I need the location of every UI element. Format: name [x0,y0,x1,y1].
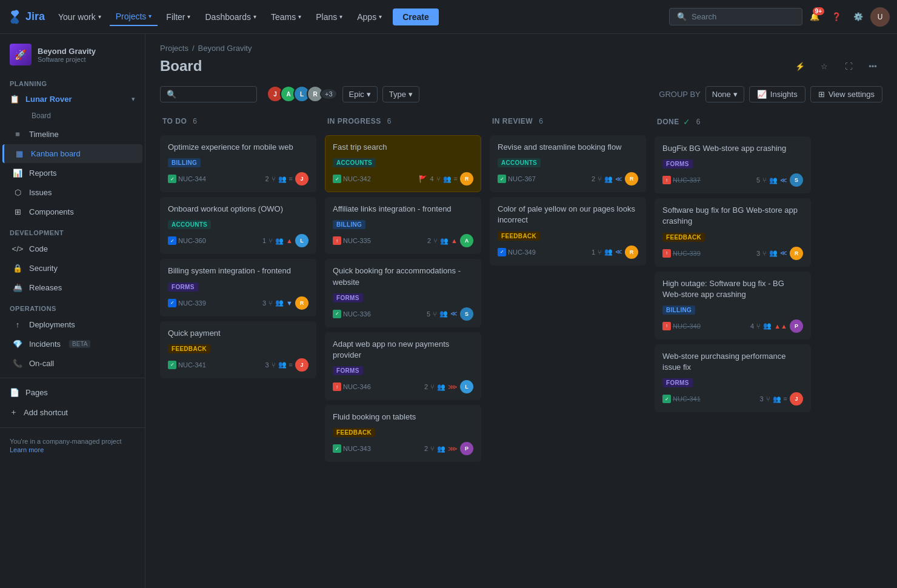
type-filter[interactable]: Type ▾ [382,86,419,102]
sidebar-item-code[interactable]: </> Code [2,239,142,258]
notifications-button[interactable]: 🔔 9+ [805,7,824,27]
sidebar-item-security[interactable]: 🔒 Security [2,259,142,278]
priority-icon: ≪ [615,175,622,183]
notification-badge: 9+ [813,7,824,15]
settings-button[interactable]: ⚙️ [849,7,868,27]
chart-icon: 📈 [757,90,767,99]
search-bar[interactable]: 🔍 Search [669,8,802,25]
board-search-field[interactable] [180,90,250,99]
sidebar-item-components[interactable]: ⊞ Components [2,202,142,221]
card-nuc-339[interactable]: Billing system integration - frontend FO… [160,259,316,316]
plans-nav[interactable]: Plans ▾ [310,8,348,25]
group-by-label: GROUP BY [659,90,700,99]
card-type-icon: ✓ [498,175,506,183]
content-header: Projects / Beyond Gravity Board ⚡ ☆ ⛶ ••… [145,34,897,81]
card-done-nuc-340[interactable]: High outage: Software bug fix - BG Web-s… [655,272,811,339]
card-nuc-336[interactable]: Quick booking for accommodations - websi… [325,259,481,327]
jira-logo[interactable]: Jira [7,10,45,24]
project-header[interactable]: 🚀 Beyond Gravity Software project [0,34,145,73]
settings-icon: ⊞ [818,90,825,99]
card-nuc-367[interactable]: Revise and streamline booking flow ACCOU… [490,135,646,192]
user-avatar[interactable]: U [870,7,890,27]
sidebar-item-incidents[interactable]: 💎 Incidents BETA [2,335,142,353]
breadcrumb-projects[interactable]: Projects [160,44,188,53]
card-type-icon: ! [333,236,341,245]
person-icon: 👥 [773,395,781,403]
view-settings-button[interactable]: ⊞ View settings [810,86,882,102]
card-assignee: L [460,380,473,393]
sidebar-item-kanban[interactable]: ▦ Kanban board [2,144,142,163]
group-by-selector[interactable]: None ▾ [705,86,744,102]
projects-nav[interactable]: Projects ▾ [110,8,158,26]
timeline-icon: ≡ [12,130,23,139]
person-icon: 👥 [278,175,287,183]
card-nuc-346[interactable]: Adapt web app no new payments provider F… [325,332,481,400]
card-type-icon: ! [662,322,671,330]
star-button[interactable]: ☆ [815,56,834,76]
your-work-nav[interactable]: Your work ▾ [52,8,107,25]
sidebar-item-pages[interactable]: 📄 Pages [0,383,145,402]
card-type-icon: ! [662,249,671,258]
kanban-icon: ▦ [14,149,25,158]
card-nuc-344[interactable]: Optimize experience for mobile web BILLI… [160,135,316,192]
title-actions: ⚡ ☆ ⛶ ••• [790,56,882,76]
avatar-count[interactable]: +3 [320,88,338,100]
issues-icon: ⬡ [12,188,23,197]
card-assignee: P [460,442,473,455]
sidebar-item-issues[interactable]: ⬡ Issues [2,183,142,202]
more-button[interactable]: ••• [863,56,882,76]
sidebar-item-timeline[interactable]: ≡ Timeline [2,125,142,144]
card-nuc-360[interactable]: Onboard workout options (OWO) ACCOUNTS ✓… [160,197,316,254]
sidebar-item-releases[interactable]: 🚢 Releases [2,278,142,297]
card-nuc-349[interactable]: Color of pale yellow on our pages looks … [490,197,646,265]
main-layout: 🚀 Beyond Gravity Software project PLANNI… [0,34,897,588]
priority-icon: ▼ [286,299,293,307]
column-inprogress-header: IN PROGRESS 6 [325,112,482,130]
priority-icon: ≪ [780,176,787,184]
sidebar-item-deployments[interactable]: ↑ Deployments [2,315,142,334]
page-title: Board [160,58,202,75]
card-nuc-335[interactable]: Affiliate links integration - frontend B… [325,197,481,254]
card-nuc-343[interactable]: Fluid booking on tablets FEEDBACK ✓ NUC-… [325,405,481,462]
card-done-nuc-341b[interactable]: Web-store purchasing performance issue f… [655,344,811,412]
lunar-rover-dropdown[interactable]: 📋 Lunar Rover ▾ [0,90,145,109]
epic-filter[interactable]: Epic ▾ [342,86,378,102]
search-icon: 🔍 [167,90,176,99]
create-button[interactable]: Create [393,8,439,25]
board-columns: TO DO 6 Optimize experience for mobile w… [160,112,882,578]
sidebar-item-add-shortcut[interactable]: ＋ Add shortcut [0,402,145,423]
gear-icon: ⚙️ [853,12,863,21]
beta-badge: BETA [69,340,90,348]
priority-icon: ⋙ [448,445,458,453]
sidebar-item-oncall[interactable]: 📞 On-call [2,354,142,373]
sidebar-item-reports[interactable]: 📊 Reports [2,164,142,182]
priority-icon: = [784,395,787,403]
person-icon: 👥 [763,322,772,330]
dashboards-nav[interactable]: Dashboards ▾ [199,8,262,25]
person-icon: 👥 [604,248,613,256]
apps-nav[interactable]: Apps ▾ [351,8,388,25]
teams-nav[interactable]: Teams ▾ [265,8,307,25]
priority-icon: ≪ [780,249,787,257]
board-area: TO DO 6 Optimize experience for mobile w… [145,107,897,588]
help-button[interactable]: ❓ [827,7,846,27]
learn-more-link[interactable]: Learn more [10,446,135,453]
card-nuc-342[interactable]: Fast trip search ACCOUNTS ✓ NUC-342 🚩 4 [325,135,481,192]
card-nuc-341[interactable]: Quick payment FEEDBACK ✓ NUC-341 3 ⑂ [160,321,316,378]
breadcrumb-project[interactable]: Beyond Gravity [198,44,252,53]
card-type-icon: ! [333,383,341,391]
priority-icon: ⋙ [448,383,458,391]
board-search-input[interactable]: 🔍 [160,86,257,102]
person-icon: 👥 [604,175,613,183]
dropdown-chevron: ▾ [132,95,135,103]
fullscreen-button[interactable]: ⛶ [839,56,858,76]
insights-button[interactable]: 📈 Insights [749,86,805,102]
card-done-nuc-339b[interactable]: Software bug fix for BG Web-store app cr… [655,198,811,266]
filter-nav[interactable]: Filter ▾ [160,8,196,25]
person-icon: 👥 [275,237,284,245]
card-assignee: A [460,234,473,247]
column-done: DONE ✓ 6 BugFix BG Web-store app crashin… [655,112,812,578]
lightning-button[interactable]: ⚡ [790,56,810,76]
card-done-nuc-337[interactable]: BugFix BG Web-store app crashing FORMS !… [655,136,811,193]
card-type-icon: ✓ [498,248,506,256]
